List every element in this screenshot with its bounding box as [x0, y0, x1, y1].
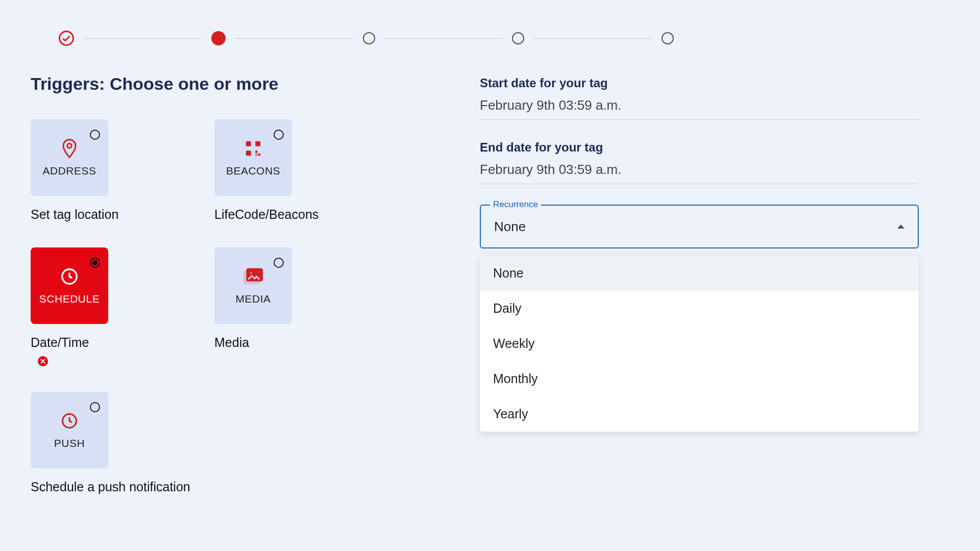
trigger-card-label: BEACONS	[226, 165, 280, 177]
radio-icon[interactable]	[274, 130, 284, 140]
trigger-desc: LifeCode/Beacons	[214, 207, 398, 222]
svg-point-10	[250, 272, 252, 274]
recurrence-selected-value: None	[494, 219, 526, 235]
start-date-field[interactable]: Start date for your tag February 9th 03:…	[480, 76, 919, 120]
step-5[interactable]	[662, 32, 674, 44]
start-date-value[interactable]: February 9th 03:59 a.m.	[480, 97, 919, 120]
radio-icon[interactable]	[274, 258, 284, 268]
radio-icon[interactable]	[90, 130, 100, 140]
step-connector	[83, 38, 202, 39]
recurrence-select-box[interactable]: None	[480, 205, 919, 248]
trigger-card-push[interactable]: PUSH	[31, 392, 108, 468]
svg-rect-4	[255, 151, 257, 153]
trigger-card-schedule[interactable]: SCHEDULE	[31, 247, 108, 324]
svg-rect-2	[255, 141, 260, 146]
step-1-completed[interactable]	[59, 31, 74, 46]
recurrence-option-weekly[interactable]: Weekly	[480, 326, 919, 361]
trigger-push[interactable]: PUSH Schedule a push notification	[31, 392, 214, 494]
remove-trigger-button[interactable]	[38, 356, 48, 366]
radio-icon[interactable]	[90, 258, 100, 268]
trigger-schedule[interactable]: SCHEDULE Date/Time	[31, 247, 214, 366]
start-date-label: Start date for your tag	[480, 76, 919, 90]
step-4[interactable]	[512, 32, 524, 44]
recurrence-option-none[interactable]: None	[480, 256, 919, 291]
recurrence-option-yearly[interactable]: Yearly	[480, 396, 919, 432]
media-icon	[243, 266, 263, 287]
trigger-address[interactable]: ADDRESS Set tag location	[31, 119, 214, 222]
recurrence-dropdown: None Daily Weekly Monthly Yearly	[480, 256, 919, 432]
step-connector	[533, 38, 652, 39]
recurrence-float-label: Recurrence	[490, 199, 541, 210]
trigger-card-address[interactable]: ADDRESS	[31, 119, 108, 196]
triggers-heading: Triggers: Choose one or more	[31, 74, 439, 94]
step-3[interactable]	[363, 32, 375, 44]
trigger-desc: Media	[214, 335, 398, 350]
trigger-card-label: ADDRESS	[42, 165, 96, 177]
trigger-beacons[interactable]: BEACONS LifeCode/Beacons	[214, 119, 398, 222]
map-pin-icon	[59, 138, 80, 159]
svg-rect-1	[246, 141, 251, 146]
step-connector	[235, 38, 354, 39]
trigger-desc: Date/Time	[31, 335, 214, 350]
chevron-up-icon	[897, 224, 904, 229]
end-date-field[interactable]: End date for your tag February 9th 03:59…	[480, 140, 919, 184]
wizard-stepper	[31, 31, 674, 46]
trigger-card-label: MEDIA	[235, 293, 271, 305]
trigger-card-media[interactable]: MEDIA	[214, 247, 292, 324]
trigger-desc: Set tag location	[31, 207, 214, 222]
clock-icon	[59, 266, 80, 287]
svg-rect-5	[258, 154, 260, 156]
end-date-label: End date for your tag	[480, 140, 919, 155]
recurrence-option-daily[interactable]: Daily	[480, 291, 919, 326]
trigger-card-beacons[interactable]: BEACONS	[214, 119, 292, 196]
qr-icon	[243, 138, 263, 159]
step-2-active[interactable]	[211, 31, 226, 45]
recurrence-select[interactable]: Recurrence None None Daily Weekly Monthl…	[480, 205, 919, 248]
svg-rect-3	[246, 151, 251, 156]
end-date-value[interactable]: February 9th 03:59 a.m.	[480, 162, 919, 184]
step-connector	[384, 38, 503, 39]
trigger-desc: Schedule a push notification	[31, 480, 214, 494]
trigger-card-label: SCHEDULE	[39, 293, 100, 305]
trigger-media[interactable]: MEDIA Media	[214, 247, 398, 366]
clock-icon	[59, 411, 80, 431]
trigger-card-label: PUSH	[54, 437, 85, 449]
svg-rect-6	[255, 154, 257, 156]
radio-icon[interactable]	[90, 402, 100, 412]
recurrence-option-monthly[interactable]: Monthly	[480, 361, 919, 396]
svg-point-0	[67, 143, 72, 148]
